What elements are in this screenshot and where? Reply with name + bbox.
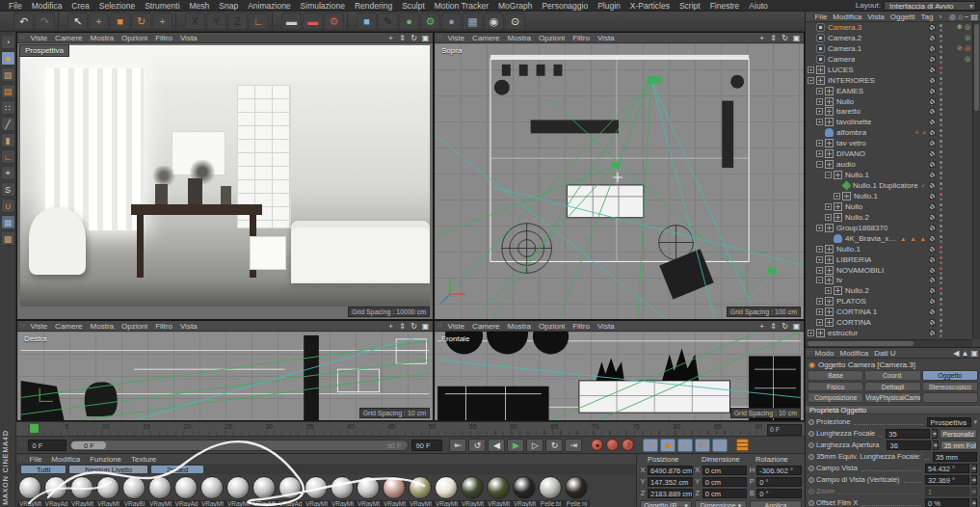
expand-toggle-icon[interactable]: + (816, 267, 823, 274)
object-row[interactable]: + Nullo.1 (806, 244, 972, 254)
object-label[interactable]: LIBRERIA (836, 255, 871, 264)
camera-tool-icon[interactable]: ◉ (484, 13, 504, 30)
object-label[interactable]: tv (836, 276, 842, 284)
viewport-menu-item[interactable]: Viste (26, 321, 51, 332)
object-label[interactable]: EAMES (836, 87, 863, 95)
material-tile[interactable]: VRayMt (512, 475, 538, 507)
menu-item[interactable]: File (4, 0, 27, 12)
visibility-dots[interactable] (940, 108, 942, 111)
material-tile[interactable]: VRayMt (408, 475, 434, 507)
material-menu-item[interactable]: Funzione (85, 455, 126, 464)
menu-item[interactable]: Script (675, 0, 705, 12)
viewport-menu-item[interactable]: Camere (51, 33, 86, 43)
material-tile[interactable]: VRayMt (460, 475, 486, 507)
menu-item[interactable]: Strumenti (140, 0, 184, 12)
visibility-dots[interactable] (940, 150, 942, 153)
viewport-menu-item[interactable]: Camere (51, 321, 86, 332)
texture-tag-icon[interactable] (929, 129, 936, 136)
viewport-menu-item[interactable]: Camere (468, 321, 503, 332)
panel-icon[interactable]: ▤ (970, 13, 978, 21)
attribute-tab[interactable] (922, 392, 978, 403)
object-row[interactable]: + Nullo (806, 201, 972, 212)
position-field[interactable]: 147.352 cm (648, 477, 693, 487)
material-tile[interactable]: VRayMt (330, 475, 356, 507)
viewport-label[interactable]: Destra (19, 334, 52, 344)
object-label[interactable]: Nullo.1 Duplicatore (853, 181, 918, 190)
object-row[interactable]: + LUCES (806, 65, 972, 75)
lock-icon[interactable]: ▣ (970, 349, 978, 358)
viewport-perspective[interactable]: ∷ VisteCamereMostraOpzioniFiltroVista +⇕… (16, 32, 434, 320)
expand-toggle-icon[interactable]: − (816, 277, 823, 283)
material-tile[interactable]: VRayMt (486, 475, 512, 507)
key-parameter-button[interactable]: P (695, 439, 710, 452)
rotate-view-icon[interactable]: ↻ (781, 34, 789, 42)
menu-item[interactable]: X-Particles (625, 0, 675, 12)
object-label[interactable]: DIVANO (836, 149, 865, 158)
texture-tag-icon[interactable] (929, 214, 936, 221)
menu-item[interactable]: Motion Tracker (430, 0, 493, 12)
attribute-value-field[interactable]: 0 % (925, 498, 969, 507)
minimize-icon[interactable]: − (965, 13, 969, 21)
texture-tag-icon[interactable] (929, 256, 936, 263)
size-field[interactable]: 0 cm (702, 489, 748, 498)
keyframe-film-icon[interactable] (736, 439, 749, 452)
object-row[interactable]: alfombra + × (806, 127, 972, 138)
material-tile[interactable]: VRayMt (69, 475, 95, 507)
menu-item[interactable]: Personaggio (537, 0, 593, 12)
workplane-lock-icon[interactable]: ▦ (1, 215, 15, 229)
material-layer-tab[interactable]: Tutti (20, 465, 66, 474)
texture-tag-icon[interactable] (929, 287, 936, 294)
attribute-menu-item[interactable]: Modo (811, 349, 836, 358)
next-frame-button[interactable]: ▷ (526, 439, 543, 452)
viewport-menu-item[interactable]: Opzioni (535, 321, 569, 332)
rotation-field[interactable]: 0 ° (756, 489, 802, 498)
key-circle-icon[interactable] (808, 431, 814, 437)
play-backwards-button[interactable]: ↺ (468, 439, 486, 452)
texture-tag-icon[interactable] (929, 246, 936, 253)
lock-z-axis-icon[interactable]: Z (227, 13, 248, 30)
back-icon[interactable]: ◀ (953, 349, 959, 358)
record-keyframe-button[interactable]: ● (591, 439, 603, 451)
grip-icon[interactable]: ∷ (20, 34, 24, 41)
texture-tag-icon[interactable] (929, 35, 936, 41)
viewport-label[interactable]: Frontale (437, 334, 474, 344)
visibility-dots[interactable] (940, 182, 942, 185)
expand-toggle-icon[interactable]: − (825, 172, 832, 178)
visibility-dots[interactable] (940, 330, 942, 333)
key-circle-icon[interactable] (808, 500, 814, 506)
material-tile[interactable]: VRayMt (434, 475, 460, 507)
camera-state-icons[interactable]: ◎ (945, 55, 970, 63)
expand-toggle-icon[interactable]: + (816, 225, 823, 231)
scale-tool-icon[interactable]: ■ (110, 13, 130, 30)
zoom-view-icon[interactable]: ⇕ (769, 322, 778, 331)
goto-start-button[interactable]: ⇤ (449, 439, 466, 452)
search-icon[interactable]: ◎ (949, 13, 956, 21)
key-circle-icon[interactable] (808, 466, 814, 471)
object-label[interactable]: audio (836, 160, 856, 169)
menu-item[interactable]: Finestre (705, 0, 745, 12)
menu-item[interactable]: Modifica (27, 0, 67, 12)
texture-tag-icon[interactable] (929, 267, 936, 274)
material-layer-tab[interactable]: Nessun Livello (68, 465, 148, 474)
attribute-menu-item[interactable]: Modifica (836, 349, 871, 358)
object-row[interactable]: + CORTINA (806, 317, 972, 328)
attribute-tab[interactable]: Oggetto (922, 370, 978, 381)
material-tile[interactable]: VRayMt (304, 475, 330, 507)
object-row[interactable]: + tav vetro (806, 138, 972, 148)
attribute-value-field[interactable]: 36 (887, 440, 931, 450)
pan-view-icon[interactable]: + (757, 322, 766, 331)
object-label[interactable]: Nullo (845, 202, 862, 211)
add-cube-icon[interactable]: ■ (357, 13, 377, 30)
texture-tag-icon[interactable] (929, 182, 936, 189)
visibility-dots[interactable] (940, 256, 942, 259)
polygons-mode-icon[interactable]: ▮ (1, 133, 15, 147)
size-field[interactable]: 0 cm (702, 477, 748, 487)
menu-item[interactable]: Selezione (94, 0, 140, 12)
texture-tag-icon[interactable] (929, 140, 936, 147)
autokey-button[interactable]: ? (622, 439, 634, 451)
material-tile[interactable]: VRayMt (147, 475, 173, 507)
material-tile[interactable]: VRayMt (199, 475, 225, 507)
object-manager-menu-item[interactable]: Modifica (830, 13, 864, 21)
texture-mode-icon[interactable]: ▨ (1, 67, 15, 82)
attribute-value-field[interactable]: 32.369 ° (925, 475, 969, 485)
